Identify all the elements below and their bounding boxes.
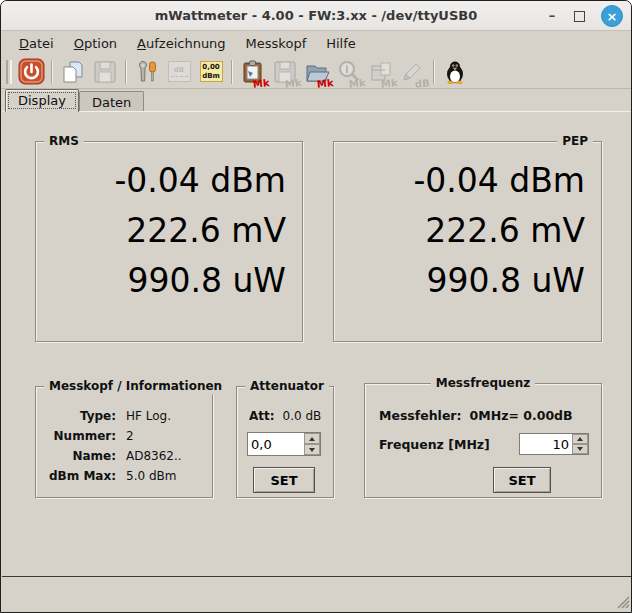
- type-label: Type:: [36, 409, 116, 423]
- down-arrow-icon: [309, 448, 315, 452]
- mk-badge: Mk: [253, 78, 271, 90]
- mk-badge: Mk: [381, 78, 399, 90]
- messkopf-info-group: Messkopf / Informationen Type: HF Log. N…: [35, 386, 213, 498]
- db-note-button[interactable]: dB: [164, 57, 194, 87]
- note-dashed-line: [171, 76, 188, 77]
- open-mk-button[interactable]: Mk: [302, 57, 332, 87]
- rms-dbm-value: -0.04 dBm: [36, 156, 286, 206]
- save-button[interactable]: [90, 57, 120, 87]
- tab-daten[interactable]: Daten: [79, 91, 144, 112]
- menu-option-mnemonic: O: [74, 36, 84, 51]
- menu-aufzeichnung-mnemonic: A: [137, 36, 146, 51]
- menu-messkopf[interactable]: Messkopf: [236, 33, 317, 54]
- status-bar: [1, 578, 631, 613]
- toolbar-separator: [433, 60, 435, 84]
- name-label: Name:: [36, 449, 116, 463]
- toolbar-separator: [51, 60, 53, 84]
- toolbar-separator: [125, 60, 127, 84]
- svg-text:i: i: [345, 64, 348, 75]
- menu-aufzeichnung-label: ufzeichnung: [146, 36, 226, 51]
- attenuator-spin-down[interactable]: [304, 444, 320, 455]
- dbm-note-unit: dBm: [202, 72, 220, 80]
- attenuator-value-row: Att:0.0 dB: [249, 409, 333, 423]
- att-value: 0.0 dB: [283, 409, 322, 423]
- attenuator-spin-up[interactable]: [304, 433, 320, 444]
- frequenz-spin-arrows: [572, 434, 588, 454]
- maximize-button[interactable]: [574, 11, 585, 22]
- nummer-label: Nummer:: [36, 429, 116, 443]
- power-button[interactable]: [16, 57, 46, 87]
- down-arrow-icon: [577, 447, 583, 451]
- pep-readings: -0.04 dBm 222.6 mV 990.8 uW: [334, 142, 601, 306]
- dbm-max-value: 5.0 dBm: [126, 469, 212, 483]
- rms-mv-value: 222.6 mV: [36, 206, 286, 256]
- frequenz-spin-down[interactable]: [572, 444, 588, 454]
- power-icon: [18, 58, 45, 85]
- menu-datei-mnemonic: D: [19, 36, 29, 51]
- pep-dbm-value: -0.04 dBm: [334, 156, 585, 206]
- name-value: AD8362..: [126, 449, 212, 463]
- attenuator-group-title: Attenuator: [245, 378, 329, 395]
- app-window: mWattmeter - 4.00 - FW:3.xx - /dev/ttyUS…: [0, 0, 632, 613]
- floppy-disk-icon: [92, 59, 118, 85]
- mk-badge: Mk: [317, 78, 335, 90]
- up-arrow-icon: [309, 437, 315, 441]
- dbm-note-icon: 0,00 dBm: [200, 61, 223, 82]
- attenuator-group: Attenuator Att:0.0 dB SET: [236, 386, 334, 498]
- tux-penguin-icon: [442, 59, 468, 85]
- rms-group-title: RMS: [44, 133, 84, 150]
- tab-display[interactable]: Display: [5, 89, 79, 112]
- tux-button[interactable]: [440, 57, 470, 87]
- tools-button[interactable]: [132, 57, 162, 87]
- menu-datei[interactable]: Datei: [9, 33, 64, 54]
- window-title: mWattmeter - 4.00 - FW:3.xx - /dev/ttyUS…: [1, 8, 631, 23]
- att-label: Att:: [249, 409, 275, 423]
- title-bar[interactable]: mWattmeter - 4.00 - FW:3.xx - /dev/ttyUS…: [1, 1, 631, 31]
- toolbar: dB 0,00 dBm Mk: [1, 55, 631, 89]
- toolbar-grip[interactable]: [6, 60, 12, 84]
- mk-badge: Mk: [285, 78, 303, 90]
- menu-messkopf-label: Messkopf: [246, 36, 307, 51]
- wrench-screwdriver-icon: [134, 59, 160, 85]
- messfehler-label: Messfehler:: [379, 408, 462, 423]
- menu-bar: Datei Option Aufzeichnung Messkopf Hilfe: [1, 31, 631, 55]
- messfrequenz-set-button[interactable]: SET: [493, 467, 551, 493]
- minimize-button[interactable]: –: [546, 9, 558, 23]
- nummer-value: 2: [126, 429, 212, 443]
- menu-hilfe-label: Hilfe: [326, 36, 356, 51]
- info-mk-button[interactable]: i Mk: [334, 57, 364, 87]
- menu-aufzeichnung[interactable]: Aufzeichnung: [127, 33, 236, 54]
- db-note-text: dB: [174, 66, 184, 74]
- pep-uw-value: 990.8 uW: [334, 256, 585, 306]
- package-mk-button[interactable]: Mk: [366, 57, 396, 87]
- db-badge: dB: [415, 78, 431, 89]
- frequenz-spin-up[interactable]: [572, 434, 588, 444]
- resize-grip[interactable]: [616, 594, 630, 613]
- new-document-button[interactable]: [58, 57, 88, 87]
- attenuator-spin-arrows: [304, 433, 320, 455]
- messfehler-value: 0MHz= 0.00dB: [470, 408, 573, 423]
- save-mk-button[interactable]: Mk: [270, 57, 300, 87]
- menu-option[interactable]: Option: [64, 33, 127, 54]
- menu-option-label: ption: [84, 36, 117, 51]
- menu-datei-label: atei: [29, 36, 54, 51]
- messfehler-row: Messfehler:0MHz= 0.00dB: [379, 408, 601, 423]
- window-controls: – ×: [546, 1, 623, 31]
- type-value: HF Log.: [126, 409, 212, 423]
- dbm-max-label: dBm Max:: [36, 469, 116, 483]
- clipboard-mk-button[interactable]: Mk: [238, 57, 268, 87]
- close-button[interactable]: ×: [601, 5, 623, 27]
- attenuator-set-button[interactable]: SET: [253, 467, 315, 493]
- copy-pages-icon: [60, 59, 86, 85]
- pep-group: PEP -0.04 dBm 222.6 mV 990.8 uW: [333, 141, 602, 342]
- edit-db-button[interactable]: dB: [398, 57, 428, 87]
- frequenz-label: Frequenz [MHz]: [379, 437, 519, 452]
- tab-bar: Display Daten: [1, 89, 631, 112]
- frequenz-input[interactable]: [520, 434, 572, 454]
- messkopf-info-title: Messkopf / Informationen: [44, 378, 227, 395]
- up-arrow-icon: [577, 437, 583, 441]
- dbm-note-button[interactable]: 0,00 dBm: [196, 57, 226, 87]
- attenuator-input[interactable]: [248, 433, 304, 455]
- menu-hilfe[interactable]: Hilfe: [316, 33, 366, 54]
- messfrequenz-group-title: Messfrequenz: [431, 375, 535, 392]
